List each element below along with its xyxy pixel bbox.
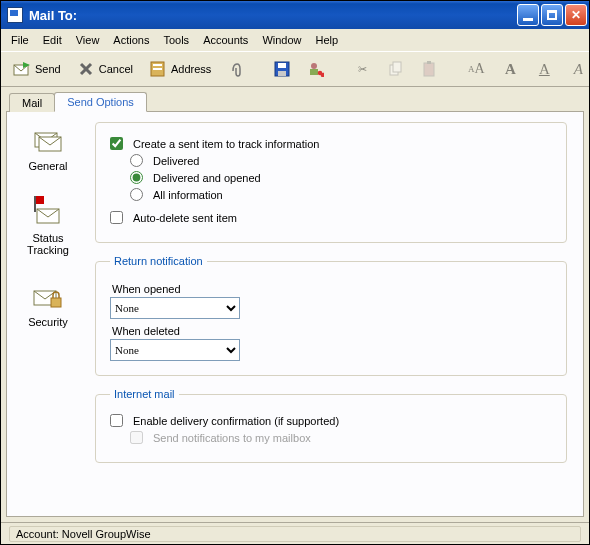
attach-button[interactable]: [221, 57, 251, 81]
svg-rect-11: [310, 69, 318, 75]
select-when-deleted[interactable]: None: [110, 339, 240, 361]
close-button[interactable]: ✕: [565, 4, 587, 26]
tab-send-options[interactable]: Send Options: [54, 92, 147, 112]
cut-button[interactable]: ✂: [347, 57, 377, 81]
label-delivered-opened: Delivered and opened: [153, 172, 261, 184]
svg-rect-15: [393, 62, 401, 72]
clipboard-icon: [421, 60, 439, 78]
address-label: Address: [171, 63, 211, 75]
svg-rect-9: [278, 71, 286, 76]
tabs: Mail Send Options: [1, 87, 589, 111]
envelope-stack-icon: [31, 128, 65, 156]
bold-button[interactable]: A: [495, 57, 525, 81]
font-size-icon: AA: [467, 60, 485, 78]
maximize-button[interactable]: [541, 4, 563, 26]
minimize-button[interactable]: [517, 4, 539, 26]
envelope-flag-icon: [31, 200, 65, 228]
menu-file[interactable]: File: [5, 32, 35, 48]
svg-rect-16: [424, 63, 434, 76]
italic-button[interactable]: A: [563, 57, 590, 81]
menu-edit[interactable]: Edit: [37, 32, 68, 48]
svg-point-10: [311, 63, 317, 69]
italic-icon: A: [569, 60, 587, 78]
group-tracking: Create a sent item to track information …: [95, 122, 567, 243]
underline-button[interactable]: A: [529, 57, 559, 81]
svg-rect-6: [153, 68, 162, 70]
menu-actions[interactable]: Actions: [107, 32, 155, 48]
window: Mail To: ✕ File Edit View Actions Tools …: [0, 0, 590, 545]
label-send-notifications: Send notifications to my mailbox: [153, 432, 311, 444]
send-button[interactable]: Send: [7, 57, 67, 81]
cancel-button[interactable]: Cancel: [71, 57, 139, 81]
font-size-button[interactable]: AA: [461, 57, 491, 81]
radio-delivered-opened[interactable]: [130, 171, 143, 184]
statusbar: Account: Novell GroupWise: [1, 522, 589, 544]
radio-all-information[interactable]: [130, 188, 143, 201]
side-label-general: General: [28, 160, 67, 172]
label-delivered: Delivered: [153, 155, 199, 167]
menu-help[interactable]: Help: [310, 32, 345, 48]
cancel-icon: [77, 60, 95, 78]
toolbar: Send Cancel Address ✂ AA: [1, 51, 589, 87]
group-internet-mail: Internet mail Enable delivery confirmati…: [95, 388, 567, 463]
menu-window[interactable]: Window: [256, 32, 307, 48]
svg-rect-8: [278, 63, 286, 68]
menu-tools[interactable]: Tools: [157, 32, 195, 48]
svg-rect-17: [427, 61, 431, 64]
label-enable-delivery-confirmation: Enable delivery confirmation (if support…: [133, 415, 339, 427]
copy-button[interactable]: [381, 57, 411, 81]
checkbox-auto-delete[interactable]: [110, 211, 123, 224]
window-buttons: ✕: [517, 4, 587, 26]
save-button[interactable]: [267, 57, 297, 81]
envelope-lock-icon: [31, 284, 65, 312]
side-label-status-tracking: Status Tracking: [27, 232, 69, 256]
send-label: Send: [35, 63, 61, 75]
side-item-security[interactable]: Security: [13, 280, 83, 332]
activity-button[interactable]: [301, 57, 331, 81]
paste-button[interactable]: [415, 57, 445, 81]
underline-icon: A: [535, 60, 553, 78]
radio-delivered[interactable]: [130, 154, 143, 167]
group-return-notification: Return notification When opened None Whe…: [95, 255, 567, 376]
label-all-information: All information: [153, 189, 223, 201]
menubar: File Edit View Actions Tools Accounts Wi…: [1, 29, 589, 51]
select-when-opened[interactable]: None: [110, 297, 240, 319]
floppy-icon: [273, 60, 291, 78]
label-when-opened: When opened: [112, 283, 552, 295]
legend-internet-mail: Internet mail: [110, 388, 179, 400]
side-nav: General Status Tracking Security: [7, 112, 89, 516]
checkbox-send-notifications: [130, 431, 143, 444]
legend-return-notification: Return notification: [110, 255, 207, 267]
label-auto-delete: Auto-delete sent item: [133, 212, 237, 224]
titlebar: Mail To: ✕: [1, 1, 589, 29]
tab-panel: General Status Tracking Security Create …: [6, 111, 584, 517]
svg-rect-5: [153, 64, 162, 66]
bold-icon: A: [501, 60, 519, 78]
window-title: Mail To:: [29, 8, 517, 23]
cancel-label: Cancel: [99, 63, 133, 75]
side-item-status-tracking[interactable]: Status Tracking: [13, 196, 83, 260]
send-icon: [13, 60, 31, 78]
label-when-deleted: When deleted: [112, 325, 552, 337]
side-label-security: Security: [28, 316, 68, 328]
address-button[interactable]: Address: [143, 57, 217, 81]
svg-rect-22: [51, 298, 61, 307]
address-book-icon: [149, 60, 167, 78]
checkbox-create-sent[interactable]: [110, 137, 123, 150]
menu-view[interactable]: View: [70, 32, 106, 48]
person-icon: [307, 60, 325, 78]
paperclip-icon: [227, 60, 245, 78]
app-icon: [7, 7, 23, 23]
copy-icon: [387, 60, 405, 78]
content: Create a sent item to track information …: [89, 112, 583, 516]
tab-mail[interactable]: Mail: [9, 93, 55, 112]
scissors-icon: ✂: [353, 60, 371, 78]
menu-accounts[interactable]: Accounts: [197, 32, 254, 48]
checkbox-enable-delivery-confirmation[interactable]: [110, 414, 123, 427]
label-create-sent: Create a sent item to track information: [133, 138, 319, 150]
status-account: Account: Novell GroupWise: [9, 526, 581, 542]
side-item-general[interactable]: General: [13, 124, 83, 176]
